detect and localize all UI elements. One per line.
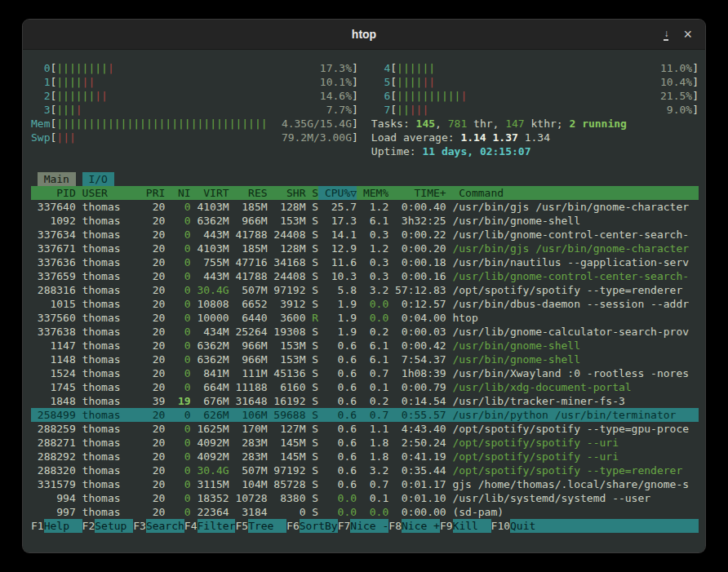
fkey-f1[interactable]: F1Help <box>31 519 82 533</box>
fkey-f2[interactable]: F2Setup <box>82 519 134 533</box>
cell-cpu: 12.9 <box>318 242 357 255</box>
cell-ni: 0 <box>165 255 190 269</box>
cell-mem: 0.0 <box>357 297 388 311</box>
process-row[interactable]: 288259thomas2001625M170M127MS0.61.14:43.… <box>31 422 699 436</box>
process-row[interactable]: 994thomas20018352107288380S0.00.10:01.10… <box>31 491 699 505</box>
column-header-shr[interactable]: SHR <box>268 186 306 200</box>
meter-bars: ||||||||||||||||||||||||||||||||| <box>56 117 282 131</box>
download-icon[interactable]: ↓ <box>664 29 668 41</box>
cell-res: 507M <box>229 283 268 297</box>
cell-cmd: /usr/bin/gjs /usr/bin/gnome-character <box>446 242 699 255</box>
fkey-action-label: Nice - <box>350 519 388 533</box>
process-row[interactable]: 1524thomas200841M111M45136S0.60.71h08:39… <box>31 366 699 380</box>
cpu4-meter: 4[||||||11.0%] <box>371 61 699 75</box>
process-row[interactable]: 1848thomas3919676M3164816192S0.60.20:14.… <box>31 394 699 408</box>
fkey-f4[interactable]: F4Filter <box>184 519 236 533</box>
fkey-f8[interactable]: F8Nice + <box>388 519 440 533</box>
cell-res: 25264 <box>229 325 268 339</box>
cell-pri: 20 <box>140 200 165 214</box>
cell-mem: 0.3 <box>357 255 388 269</box>
cell-shr: 3912 <box>268 297 306 311</box>
fkey-action-label: Tree <box>248 519 286 533</box>
fkey-f9[interactable]: F9Kill <box>440 519 491 533</box>
column-header-time[interactable]: TIME+ <box>388 186 446 200</box>
meter-bars: |||| <box>56 103 326 117</box>
fkey-f6[interactable]: F6SortBy <box>286 519 338 533</box>
cell-cpu: 0.6 <box>318 463 357 477</box>
terminal-screen[interactable]: 0[|||||||||17.3%]4[||||||11.0%]1[||||||1… <box>23 50 705 552</box>
cell-pri: 20 <box>140 450 165 463</box>
cell-time: 0:55.57 <box>388 408 446 422</box>
titlebar[interactable]: htop ↓ × <box>23 20 705 50</box>
process-row[interactable]: 337659thomas200443M4178824408S10.30.30:0… <box>31 269 699 283</box>
cell-s: S <box>306 339 319 353</box>
fkey-action-label: SortBy <box>300 519 338 533</box>
fkey-action-label: Kill <box>453 519 491 533</box>
column-header-cpu[interactable]: CPU%▽ <box>318 186 357 200</box>
process-row[interactable]: 337671thomas2004103M185M128MS12.91.20:00… <box>31 242 699 255</box>
column-header-user[interactable]: USER <box>76 186 140 200</box>
cell-pri: 39 <box>140 394 165 408</box>
process-row[interactable]: 337560thomas2001000064403600R1.90.00:04.… <box>31 311 699 325</box>
process-row[interactable]: 997thomas2002236431840S0.00.00:00.00(sd-… <box>31 505 699 519</box>
cell-pid: 337659 <box>31 269 76 283</box>
meter-bars: ||||||||||| <box>397 89 660 103</box>
cell-ni: 0 <box>165 353 190 366</box>
column-header-cmd[interactable]: Command <box>446 186 699 200</box>
process-row[interactable]: 288292thomas2004092M283M145MS0.61.80:41.… <box>31 450 699 463</box>
column-header-virt[interactable]: VIRT <box>191 186 229 200</box>
cell-virt: 626M <box>191 408 229 422</box>
cell-ni: 0 <box>165 491 190 505</box>
cell-virt: 18352 <box>191 491 229 505</box>
cell-time: 0:00.20 <box>388 242 446 255</box>
column-header-ni[interactable]: NI <box>165 186 190 200</box>
meter-label: Swp <box>31 131 50 144</box>
cell-ni: 0 <box>165 200 190 214</box>
process-row[interactable]: 1745thomas200664M111886160S0.60.10:00.79… <box>31 380 699 394</box>
cell-res: 966M <box>229 353 268 366</box>
process-row[interactable]: 288320thomas20030.4G507M97192S0.63.20:35… <box>31 463 699 477</box>
cell-mem: 0.7 <box>357 408 388 422</box>
cell-cpu: 0.0 <box>318 505 357 519</box>
fkey-f7[interactable]: F7Nice - <box>338 519 389 533</box>
fkey-f3[interactable]: F3Search <box>133 519 184 533</box>
close-icon[interactable]: × <box>683 27 692 42</box>
process-row[interactable]: 331579thomas2003115M104M85728S0.60.70:01… <box>31 477 699 491</box>
process-row[interactable]: 337636thomas200755M4771634168S11.60.30:0… <box>31 255 699 269</box>
meter-label: Mem <box>31 117 50 131</box>
mem-meter: Mem[|||||||||||||||||||||||||||||||||4.3… <box>31 117 358 131</box>
process-row[interactable]: 1015thomas2001080866523912S1.90.00:12.57… <box>31 297 699 311</box>
cell-res: 106M <box>229 408 268 422</box>
column-header-pid[interactable]: PID <box>31 186 76 200</box>
process-row[interactable]: 288316thomas20030.4G507M97192S5.83.257:1… <box>31 283 699 297</box>
process-row[interactable]: 337634thomas200443M4178824408S14.10.30:0… <box>31 228 699 242</box>
cell-time: 0:41.19 <box>388 450 446 463</box>
column-header-mem[interactable]: MEM% <box>357 186 388 200</box>
column-header-res[interactable]: RES <box>229 186 268 200</box>
process-row[interactable]: 337638thomas200434M2526419308S1.90.20:00… <box>31 325 699 339</box>
cell-shr: 34168 <box>268 255 306 269</box>
column-header-pri[interactable]: PRI <box>140 186 165 200</box>
process-row[interactable]: 288271thomas2004092M283M145MS0.61.82:50.… <box>31 436 699 450</box>
cell-ni: 0 <box>165 228 190 242</box>
process-row[interactable]: 1092thomas2006362M966M153MS17.36.13h32:2… <box>31 214 699 228</box>
cell-shr: 59688 <box>268 408 306 422</box>
process-row[interactable]: 1148thomas2006362M966M153MS0.66.17:54.37… <box>31 353 699 366</box>
tab-main[interactable]: Main <box>38 172 76 186</box>
cell-s: R <box>306 311 319 325</box>
fkey-f5[interactable]: F5Tree <box>235 519 286 533</box>
tab-i-o[interactable]: I/O <box>82 172 114 186</box>
column-header-s[interactable]: S <box>306 186 319 200</box>
cell-user: thomas <box>76 200 140 214</box>
process-row[interactable]: 258499thomas200626M106M59688S0.60.70:55.… <box>31 408 699 422</box>
fkey-f10[interactable]: F10Quit <box>491 519 699 533</box>
cell-cpu: 0.6 <box>318 477 357 491</box>
cell-ni: 0 <box>165 505 190 519</box>
cell-user: thomas <box>76 394 140 408</box>
cell-cpu: 0.6 <box>318 339 357 353</box>
cell-mem: 0.3 <box>357 269 388 283</box>
cell-user: thomas <box>76 477 140 491</box>
process-row[interactable]: 337640thomas2004103M185M128MS25.71.20:00… <box>31 200 699 214</box>
process-row[interactable]: 1147thomas2006362M966M153MS0.66.10:00.42… <box>31 339 699 353</box>
cell-pid: 997 <box>31 505 76 519</box>
